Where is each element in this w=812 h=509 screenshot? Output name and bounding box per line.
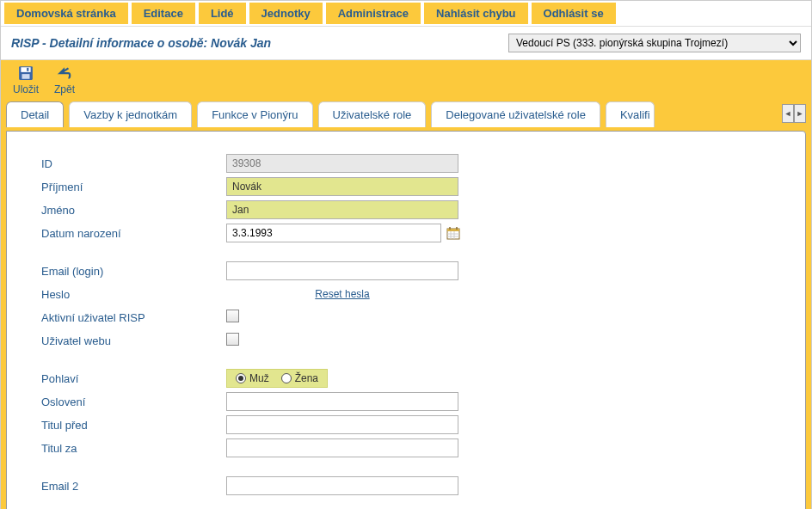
title-before-label: Titul před (41, 419, 226, 432)
svg-rect-3 (27, 68, 28, 71)
active-user-checkbox[interactable] (226, 310, 239, 322)
save-label: Uložit (13, 83, 39, 95)
nav-admin[interactable]: Administrace (326, 3, 421, 24)
nav-units[interactable]: Jednotky (249, 3, 323, 24)
nav-report[interactable]: Nahlásit chybu (424, 3, 527, 24)
tab-scroll-left[interactable]: ◄ (782, 104, 794, 123)
tab-detail[interactable]: Detail (6, 101, 64, 127)
dob-label: Datum narození (41, 227, 226, 240)
tab-scroll: ◄ ► (782, 101, 806, 126)
svg-rect-5 (447, 229, 459, 231)
email2-label: Email 2 (41, 480, 226, 493)
id-label: ID (41, 157, 226, 170)
tab-scroll-right[interactable]: ► (794, 104, 806, 123)
tab-content: ID Příjmení Jméno Datum narození Email (… (6, 131, 806, 509)
reset-password-link[interactable]: Reset hesla (315, 288, 369, 300)
tab-delegovane[interactable]: Delegované uživatelské role (431, 101, 600, 127)
surname-label: Příjmení (41, 181, 226, 193)
svg-rect-2 (22, 74, 30, 79)
title-after-label: Titul za (41, 442, 226, 455)
surname-field[interactable] (226, 177, 458, 196)
nav-edit[interactable]: Editace (132, 3, 195, 24)
svg-rect-1 (21, 67, 30, 72)
web-user-label: Uživatel webu (41, 334, 226, 347)
tabs-container: Detail Vazby k jednotkám Funkce v Pionýr… (1, 101, 811, 132)
top-nav: Domovská stránka Editace Lidé Jednotky A… (1, 1, 811, 27)
tab-vazby[interactable]: Vazby k jednotkám (69, 101, 192, 127)
salutation-field[interactable] (226, 392, 458, 411)
gender-male[interactable]: Muž (236, 372, 269, 384)
tab-role[interactable]: Uživatelské role (318, 101, 427, 127)
gender-label: Pohlaví (41, 372, 226, 385)
salutation-label: Oslovení (41, 396, 226, 408)
email-label: Email (login) (41, 265, 226, 278)
title-before-field[interactable] (226, 415, 458, 434)
back-icon (57, 65, 72, 81)
active-user-label: Aktivní uživatel RISP (41, 311, 226, 324)
tab-funkce[interactable]: Funkce v Pionýru (197, 101, 312, 127)
title-after-field[interactable] (226, 438, 458, 457)
id-field (226, 154, 458, 173)
firstname-field[interactable] (226, 200, 458, 219)
web-user-checkbox[interactable] (226, 333, 239, 346)
app-window: Domovská stránka Editace Lidé Jednotky A… (0, 0, 812, 509)
gender-female[interactable]: Žena (281, 372, 318, 384)
save-button[interactable]: Uložit (13, 65, 39, 95)
password-label: Heslo (41, 288, 226, 301)
calendar-icon[interactable] (446, 226, 460, 240)
radio-icon (236, 373, 246, 383)
context-select[interactable]: Vedoucí PS (333. pionýrská skupina Trojm… (508, 34, 801, 52)
title-bar: RISP - Detailní informace o osobě: Novák… (1, 27, 811, 60)
email-field[interactable] (226, 261, 458, 280)
nav-logout[interactable]: Odhlásit se (532, 3, 616, 24)
page-title: RISP - Detailní informace o osobě: Novák… (11, 36, 508, 50)
dob-field[interactable] (226, 224, 441, 242)
back-button[interactable]: Zpět (54, 65, 75, 95)
radio-icon (281, 373, 292, 383)
email2-field[interactable] (226, 476, 458, 495)
nav-home[interactable]: Domovská stránka (4, 3, 128, 24)
tab-kvalifikace[interactable]: Kvalifi (606, 101, 655, 127)
gender-group: Muž Žena (226, 369, 328, 388)
nav-people[interactable]: Lidé (199, 3, 246, 24)
back-label: Zpět (54, 83, 75, 95)
firstname-label: Jméno (41, 204, 226, 217)
toolbar: Uložit Zpět (1, 60, 811, 101)
save-icon (18, 65, 34, 81)
